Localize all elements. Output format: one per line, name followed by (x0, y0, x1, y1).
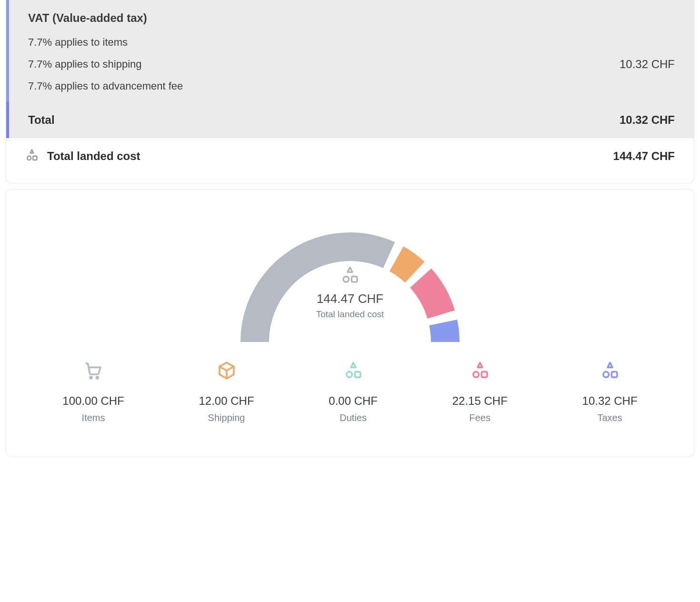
vat-line-items: 7.7% applies to items (28, 36, 183, 49)
vat-line-shipping: 7.7% applies to shipping (28, 58, 183, 70)
vat-title: VAT (Value-added tax) (28, 11, 675, 25)
breakdown-fees-value: 22.15 CHF (452, 394, 508, 408)
vat-lines: 7.7% applies to items 7.7% applies to sh… (28, 36, 183, 92)
svg-point-10 (603, 372, 609, 378)
breakdown-items-label: Items (82, 412, 105, 423)
landed-cost-chart-card: 144.47 CHF Total landed cost 100.00 CHF … (6, 189, 694, 457)
shapes-icon (344, 361, 363, 380)
gauge-segment-taxes (429, 320, 460, 342)
cost-summary-card: VAT (Value-added tax) 7.7% applies to it… (6, 0, 694, 183)
breakdown-duties: 0.00 CHF Duties (329, 361, 378, 423)
shapes-icon (340, 266, 360, 285)
breakdown-duties-label: Duties (340, 412, 367, 423)
svg-rect-9 (481, 372, 487, 378)
vat-amount: 10.32 CHF (620, 58, 675, 71)
cart-icon (84, 361, 103, 380)
gauge-center: 144.47 CHF Total landed cost (226, 266, 474, 320)
svg-rect-1 (33, 156, 37, 160)
shapes-icon (600, 361, 620, 380)
breakdown-taxes-label: Taxes (597, 412, 622, 423)
svg-point-2 (343, 277, 349, 282)
shapes-icon (25, 149, 39, 164)
breakdown-taxes-value: 10.32 CHF (582, 394, 638, 408)
svg-point-6 (346, 372, 352, 378)
breakdown-shipping: 12.00 CHF Shipping (199, 361, 254, 423)
vat-total-label: Total (28, 113, 55, 127)
landed-cost-gauge: 144.47 CHF Total landed cost (226, 218, 474, 342)
breakdown-shipping-label: Shipping (208, 412, 245, 423)
landed-title: Total landed cost (47, 150, 140, 163)
landed-amount: 144.47 CHF (613, 150, 675, 163)
vat-total-amount: 10.32 CHF (620, 113, 675, 127)
breakdown-row: 100.00 CHF Items 12.00 CHF Shipping (25, 361, 675, 423)
svg-rect-7 (355, 372, 360, 378)
breakdown-taxes: 10.32 CHF Taxes (582, 361, 638, 423)
svg-point-4 (90, 377, 92, 379)
shapes-icon (470, 361, 490, 380)
vat-total-row: Total 10.32 CHF (6, 102, 694, 138)
svg-rect-11 (611, 372, 617, 378)
breakdown-fees-label: Fees (470, 412, 490, 423)
landed-cost-row: Total landed cost 144.47 CHF (6, 138, 694, 183)
gauge-label: Total landed cost (226, 309, 474, 320)
landed-left: Total landed cost (25, 149, 140, 164)
svg-point-0 (27, 156, 31, 160)
vat-section: VAT (Value-added tax) 7.7% applies to it… (6, 0, 694, 102)
breakdown-duties-value: 0.00 CHF (329, 394, 378, 408)
breakdown-items-value: 100.00 CHF (62, 394, 124, 408)
vat-line-advancement: 7.7% applies to advancement fee (28, 80, 183, 92)
vat-body: 7.7% applies to items 7.7% applies to sh… (28, 36, 675, 92)
breakdown-fees: 22.15 CHF Fees (452, 361, 508, 423)
svg-rect-3 (351, 277, 357, 282)
breakdown-shipping-value: 12.00 CHF (199, 394, 254, 408)
package-icon (217, 361, 236, 380)
gauge-value: 144.47 CHF (226, 291, 474, 306)
breakdown-items: 100.00 CHF Items (62, 361, 124, 423)
svg-point-8 (473, 372, 479, 378)
svg-point-5 (96, 377, 98, 379)
